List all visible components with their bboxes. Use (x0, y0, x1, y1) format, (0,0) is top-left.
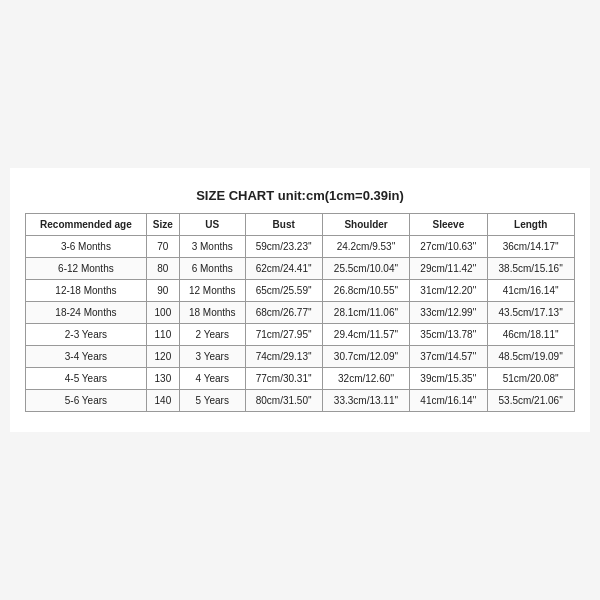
table-row: 5-6 Years1405 Years80cm/31.50''33.3cm/13… (26, 390, 575, 412)
cell-length: 48.5cm/19.09'' (487, 346, 575, 368)
cell-sleeve: 31cm/12.20'' (410, 280, 487, 302)
table-row: 3-6 Months703 Months59cm/23.23''24.2cm/9… (26, 236, 575, 258)
table-row: 4-5 Years1304 Years77cm/30.31''32cm/12.6… (26, 368, 575, 390)
cell-age: 5-6 Years (26, 390, 147, 412)
table-row: 6-12 Months806 Months62cm/24.41''25.5cm/… (26, 258, 575, 280)
cell-us: 3 Months (179, 236, 245, 258)
cell-bust: 77cm/30.31'' (245, 368, 322, 390)
table-header-row: Recommended age Size US Bust Shoulder Sl… (26, 214, 575, 236)
cell-length: 53.5cm/21.06'' (487, 390, 575, 412)
cell-us: 12 Months (179, 280, 245, 302)
cell-us: 4 Years (179, 368, 245, 390)
cell-age: 12-18 Months (26, 280, 147, 302)
cell-us: 2 Years (179, 324, 245, 346)
cell-bust: 62cm/24.41'' (245, 258, 322, 280)
chart-title: SIZE CHART unit:cm(1cm=0.39in) (25, 188, 575, 203)
cell-age: 6-12 Months (26, 258, 147, 280)
cell-length: 36cm/14.17'' (487, 236, 575, 258)
cell-shoulder: 28.1cm/11.06'' (322, 302, 409, 324)
cell-bust: 65cm/25.59'' (245, 280, 322, 302)
cell-shoulder: 33.3cm/13.11'' (322, 390, 409, 412)
cell-sleeve: 27cm/10.63'' (410, 236, 487, 258)
table-row: 18-24 Months10018 Months68cm/26.77''28.1… (26, 302, 575, 324)
col-header-sleeve: Sleeve (410, 214, 487, 236)
cell-size: 110 (146, 324, 179, 346)
cell-sleeve: 41cm/16.14'' (410, 390, 487, 412)
cell-size: 120 (146, 346, 179, 368)
cell-bust: 80cm/31.50'' (245, 390, 322, 412)
col-header-age: Recommended age (26, 214, 147, 236)
cell-sleeve: 29cm/11.42'' (410, 258, 487, 280)
cell-bust: 71cm/27.95'' (245, 324, 322, 346)
cell-size: 80 (146, 258, 179, 280)
cell-shoulder: 26.8cm/10.55'' (322, 280, 409, 302)
size-chart-container: SIZE CHART unit:cm(1cm=0.39in) Recommend… (10, 168, 590, 432)
cell-sleeve: 33cm/12.99'' (410, 302, 487, 324)
cell-us: 18 Months (179, 302, 245, 324)
cell-size: 100 (146, 302, 179, 324)
cell-size: 140 (146, 390, 179, 412)
cell-us: 5 Years (179, 390, 245, 412)
cell-shoulder: 25.5cm/10.04'' (322, 258, 409, 280)
size-chart-table: Recommended age Size US Bust Shoulder Sl… (25, 213, 575, 412)
table-row: 12-18 Months9012 Months65cm/25.59''26.8c… (26, 280, 575, 302)
cell-sleeve: 35cm/13.78'' (410, 324, 487, 346)
col-header-us: US (179, 214, 245, 236)
cell-age: 3-4 Years (26, 346, 147, 368)
cell-age: 18-24 Months (26, 302, 147, 324)
cell-shoulder: 24.2cm/9.53'' (322, 236, 409, 258)
cell-size: 90 (146, 280, 179, 302)
cell-us: 6 Months (179, 258, 245, 280)
cell-length: 46cm/18.11'' (487, 324, 575, 346)
cell-length: 51cm/20.08'' (487, 368, 575, 390)
cell-us: 3 Years (179, 346, 245, 368)
cell-sleeve: 39cm/15.35'' (410, 368, 487, 390)
cell-age: 2-3 Years (26, 324, 147, 346)
col-header-length: Length (487, 214, 575, 236)
cell-sleeve: 37cm/14.57'' (410, 346, 487, 368)
col-header-bust: Bust (245, 214, 322, 236)
cell-shoulder: 29.4cm/11.57'' (322, 324, 409, 346)
cell-size: 70 (146, 236, 179, 258)
col-header-shoulder: Shoulder (322, 214, 409, 236)
table-row: 2-3 Years1102 Years71cm/27.95''29.4cm/11… (26, 324, 575, 346)
cell-shoulder: 32cm/12.60'' (322, 368, 409, 390)
cell-bust: 74cm/29.13'' (245, 346, 322, 368)
cell-length: 41cm/16.14'' (487, 280, 575, 302)
cell-length: 43.5cm/17.13'' (487, 302, 575, 324)
table-row: 3-4 Years1203 Years74cm/29.13''30.7cm/12… (26, 346, 575, 368)
cell-age: 3-6 Months (26, 236, 147, 258)
cell-size: 130 (146, 368, 179, 390)
cell-bust: 68cm/26.77'' (245, 302, 322, 324)
col-header-size: Size (146, 214, 179, 236)
cell-shoulder: 30.7cm/12.09'' (322, 346, 409, 368)
cell-length: 38.5cm/15.16'' (487, 258, 575, 280)
cell-bust: 59cm/23.23'' (245, 236, 322, 258)
cell-age: 4-5 Years (26, 368, 147, 390)
